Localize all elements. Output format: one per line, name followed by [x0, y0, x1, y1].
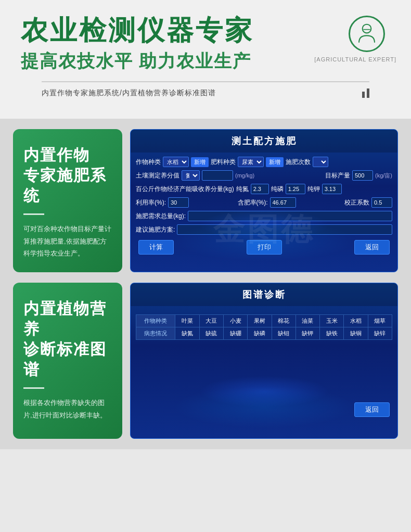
disease-cell-0[interactable]: 缺氮 — [175, 327, 199, 340]
correct-label: 校正系数 — [344, 198, 369, 207]
soil-unit: (mg/kg) — [235, 172, 254, 179]
subtitle-text: 内置作物专家施肥系统/内置植物营养诊断标准图谱 — [42, 88, 216, 98]
use-rate-input[interactable] — [168, 197, 189, 208]
crop-cell-6[interactable]: 玉米 — [320, 315, 344, 327]
card1-divider — [23, 213, 44, 215]
bars-icon — [362, 88, 369, 98]
crop-cell-7[interactable]: 水稻 — [344, 315, 368, 327]
soil-select[interactable]: 氮 — [182, 170, 200, 181]
crop-cell-5[interactable]: 油菜 — [296, 315, 319, 327]
crop-label: 作物种类 — [136, 158, 161, 167]
row-1: 内置作物 专家施肥系统 可对百余种农作物目标产量计算推荐施肥量,依据施肥配方科学… — [13, 129, 398, 272]
row-2: 内置植物营养 诊断标准图谱 根据各农作物营养缺失的图片,进行叶面对比诊断丰缺。 … — [13, 283, 398, 439]
crop-cell-2[interactable]: 小麦 — [223, 315, 247, 327]
add-crop-btn[interactable]: 新增 — [191, 157, 209, 167]
blue-glow2-2 — [173, 386, 355, 428]
calc-btn[interactable]: 计算 — [138, 240, 174, 255]
pure-n-input[interactable] — [251, 184, 269, 194]
add-fertilizer-btn[interactable]: 新增 — [266, 157, 284, 167]
target-unit: (kg/亩) — [375, 172, 392, 180]
econ-label: 百公斤作物经济产能吸收养分量(kg) — [136, 185, 234, 194]
disease-cell-6[interactable]: 缺铁 — [320, 327, 344, 340]
crop-cell-1[interactable]: 大豆 — [199, 315, 223, 327]
disease-header: 病患情况 — [136, 327, 175, 340]
pure-n-label: 纯氮 — [236, 185, 249, 194]
blue-glow2 — [173, 220, 355, 261]
card1-title: 内置作物 专家施肥系统 — [23, 145, 112, 206]
disease-cell-2[interactable]: 缺硼 — [223, 327, 247, 340]
crop-cell-3[interactable]: 果树 — [248, 315, 272, 327]
disease-cell-8[interactable]: 缺锌 — [368, 327, 392, 340]
fertilizer-label: 肥料种类 — [211, 158, 236, 167]
crop-row: 作物种类 叶菜 大豆 小麦 果树 棉花 油菜 玉米 水稻 烟草 — [136, 315, 392, 327]
form-row-rate: 利用率(%): 含肥率(%): 校正系数 — [136, 197, 392, 208]
total-label: 施肥需求总量(kg): — [136, 212, 186, 221]
svg-point-0 — [363, 24, 371, 33]
target-label: 目标产量 — [325, 171, 350, 180]
header-section: 农业检测仪器专家 提高农技水平 助力农业生产 [AGRICULTURAL EXP… — [0, 0, 411, 119]
content-area: 内置作物 专家施肥系统 可对百余种农作物目标产量计算推荐施肥量,依据施肥配方科学… — [0, 119, 411, 449]
soil-value-input[interactable] — [202, 170, 233, 181]
panel2-title: 图谱诊断 — [131, 283, 397, 306]
card2-divider — [23, 387, 44, 389]
soil-label: 土壤测定养分值 — [136, 171, 179, 180]
blue-panel-2: 图谱诊断 作物种类 叶菜 大豆 小麦 果树 棉花 油菜 玉米 水稻 烟草 — [130, 283, 398, 439]
subtitle-bar: 内置作物专家施肥系统/内置植物营养诊断标准图谱 — [21, 88, 390, 108]
suggest-label: 建议施肥方案: — [136, 225, 175, 234]
pure-p-input[interactable] — [286, 184, 305, 194]
blue-panel-1: 测土配方施肥 作物种类 水稻 新增 肥料种类 尿素 新增 施肥次数 — [130, 129, 398, 272]
apply-times-label: 施肥次数 — [286, 158, 311, 167]
crop-cell-8[interactable]: 烟草 — [368, 315, 392, 327]
logo-icon — [354, 21, 380, 47]
target-value-input[interactable] — [352, 170, 373, 181]
green-card-2: 内置植物营养 诊断标准图谱 根据各农作物营养缺失的图片,进行叶面对比诊断丰缺。 — [13, 283, 122, 439]
disease-cell-7[interactable]: 缺铜 — [344, 327, 368, 340]
form-row-soil: 土壤测定养分值 氮 (mg/kg) 目标产量 (kg/亩) — [136, 170, 392, 181]
use-rate-label: 利用率(%): — [136, 198, 166, 207]
agri-expert-label: [AGRICULTURAL EXPERT] — [314, 56, 396, 62]
crop-cell-4[interactable]: 棉花 — [272, 315, 296, 327]
apply-times-select[interactable] — [313, 157, 328, 167]
header-divider — [42, 81, 369, 82]
fertilizer-select[interactable]: 尿素 — [238, 157, 264, 167]
main-title: 农业检测仪器专家 — [21, 16, 390, 45]
pure-k-label: 纯钾 — [307, 185, 320, 194]
form-row-crop: 作物种类 水稻 新增 肥料种类 尿素 新增 施肥次数 — [136, 157, 392, 167]
return-btn-1[interactable]: 返回 — [354, 240, 390, 255]
disease-row: 病患情况 缺氮 缺硫 缺硼 缺磷 缺钼 缺钾 缺铁 缺铜 缺锌 — [136, 327, 392, 340]
form-row-econ: 百公斤作物经济产能吸收养分量(kg) 纯氮 纯磷 纯钾 — [136, 184, 392, 194]
disease-cell-1[interactable]: 缺硫 — [199, 327, 223, 340]
card1-desc: 可对百余种农作物目标产量计算推荐施肥量,依据施肥配方科学指导农业生产。 — [23, 223, 112, 259]
logo-circle — [349, 16, 385, 52]
crop-cell-0[interactable]: 叶菜 — [175, 315, 199, 327]
contain-label: 含肥率(%): — [238, 198, 268, 207]
green-card-1: 内置作物 专家施肥系统 可对百余种农作物目标产量计算推荐施肥量,依据施肥配方科学… — [13, 129, 122, 272]
panel1-title: 测土配方施肥 — [131, 130, 397, 153]
card2-title: 内置植物营养 诊断标准图谱 — [23, 298, 112, 379]
crop-select[interactable]: 水稻 — [163, 157, 189, 167]
pure-k-input[interactable] — [322, 184, 342, 194]
card2-desc: 根据各农作物营养缺失的图片,进行叶面对比诊断丰缺。 — [23, 397, 112, 421]
pure-p-label: 纯磷 — [271, 185, 284, 194]
contain-input[interactable] — [270, 197, 296, 208]
crop-types-header: 作物种类 — [136, 315, 175, 327]
correct-input[interactable] — [371, 197, 392, 208]
diagram-table: 作物种类 叶菜 大豆 小麦 果树 棉花 油菜 玉米 水稻 烟草 病患情况 缺氮 — [136, 314, 392, 340]
disease-cell-5[interactable]: 缺钾 — [296, 327, 319, 340]
disease-cell-4[interactable]: 缺钼 — [272, 327, 296, 340]
disease-cell-3[interactable]: 缺磷 — [248, 327, 272, 340]
return-btn-2[interactable]: 返回 — [354, 402, 390, 417]
